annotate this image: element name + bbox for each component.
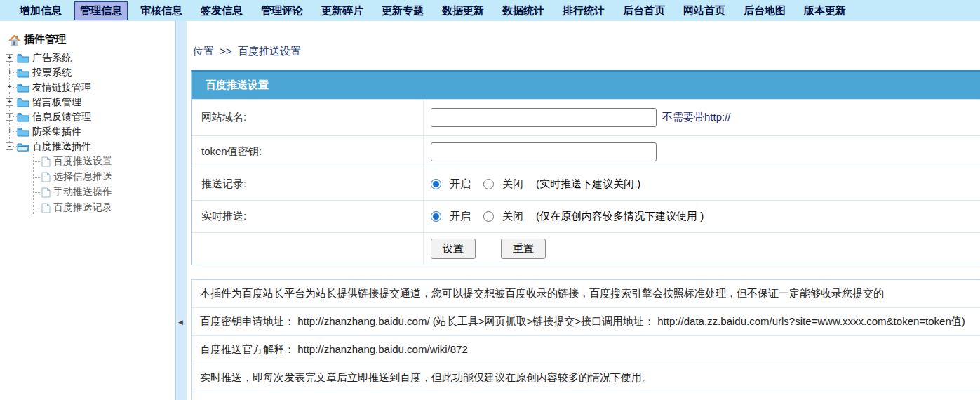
help-row-realtime: 实时推送，即每次发表完文章后立即推送到百度，但此功能仅建议在原创内容较多的情况下… [192, 364, 980, 392]
nav-item-ranking-statistics[interactable]: 排行统计 [557, 1, 610, 20]
reset-button[interactable]: 重置 [501, 239, 546, 259]
panel-splitter[interactable]: ◀ [175, 21, 187, 400]
tree-item-vote-system[interactable]: + 投票系统 [0, 65, 175, 80]
folder-icon [17, 127, 29, 137]
help-row-empty [192, 392, 980, 400]
expand-plus-icon[interactable]: + [6, 98, 13, 106]
breadcrumb-location-label: 位置 [193, 45, 214, 57]
sidebar: 插件管理 + 广告系统 + 投票系统 + 友情链接管理 + 留言板管理 + 信息… [0, 21, 175, 400]
site-domain-note: 不需要带http:// [662, 111, 731, 124]
breadcrumb: 位置 >> 百度推送设置 [193, 45, 304, 58]
page-icon [41, 187, 51, 198]
tree-item-friend-links[interactable]: + 友情链接管理 [0, 80, 175, 95]
push-log-label: 推送记录: [192, 168, 424, 200]
panel-header: 百度推送设置 [192, 72, 980, 99]
baidu-push-settings-panel: 百度推送设置 网站域名: 不需要带http:// token值密钥: 推送记录:… [191, 70, 980, 265]
push-log-on-radio[interactable] [431, 179, 441, 189]
tree-item-anti-collection[interactable]: + 防采集插件 [0, 124, 175, 139]
token-field[interactable] [431, 142, 657, 161]
nav-item-manage-comments[interactable]: 管理评论 [255, 1, 309, 20]
realtime-push-on-radio[interactable] [431, 211, 441, 222]
page-icon [41, 156, 51, 167]
folder-icon [17, 83, 29, 93]
push-log-on-label[interactable]: 开启 [450, 178, 471, 191]
tree-item-baidu-push-log[interactable]: 百度推送记录 [34, 200, 175, 215]
expand-plus-icon[interactable]: + [6, 84, 13, 91]
panel-title: 百度推送设置 [206, 79, 269, 92]
expand-plus-icon[interactable]: + [6, 113, 13, 121]
page-icon [41, 172, 51, 182]
sidebar-title: 插件管理 [8, 33, 175, 46]
nav-item-data-update[interactable]: 数据更新 [436, 1, 490, 20]
nav-item-version-update[interactable]: 版本更新 [798, 1, 852, 20]
push-log-note: (实时推送下建议关闭 ) [536, 178, 640, 191]
help-row-overview: 本插件为百度站长平台为站长提供链接提交通道，您可以提交想被百度收录的链接，百度搜… [192, 280, 980, 308]
expand-plus-icon[interactable]: + [6, 54, 13, 62]
page-icon [41, 203, 51, 213]
expand-plus-icon[interactable]: + [6, 128, 13, 135]
tree-item-manual-push[interactable]: 手动推送操作 [34, 185, 175, 200]
nav-item-update-fragments[interactable]: 更新碎片 [316, 1, 369, 20]
breadcrumb-current: 百度推送设置 [238, 45, 301, 57]
nav-item-sign-info[interactable]: 签发信息 [195, 1, 248, 20]
tree-item-baidu-push-settings[interactable]: 百度推送设置 [34, 154, 175, 169]
realtime-push-label: 实时推送: [192, 201, 424, 232]
site-domain-field[interactable] [431, 108, 657, 127]
nav-item-audit-info[interactable]: 审核信息 [135, 1, 188, 20]
buttons-row: 设置 重置 [192, 232, 980, 265]
help-row-wiki-url: 百度推送官方解释： http://zhanzhang.baidu.com/wik… [192, 336, 980, 364]
push-log-row: 推送记录: 开启 关闭 (实时推送下建议关闭 ) [192, 168, 980, 200]
nav-item-data-statistics[interactable]: 数据统计 [497, 1, 550, 20]
nav-item-add-info[interactable]: 增加信息 [14, 1, 67, 20]
sidebar-title-label: 插件管理 [24, 33, 66, 46]
open-folder-icon [17, 142, 29, 152]
realtime-push-row: 实时推送: 开启 关闭 (仅在原创内容较多情况下建议使用 ) [192, 200, 980, 232]
help-row-token-url: 百度密钥申请地址： http://zhanzhang.baidu.com/ (站… [192, 308, 980, 336]
site-domain-label: 网站域名: [192, 100, 424, 135]
tree-item-select-info-push[interactable]: 选择信息推送 [34, 169, 175, 185]
folder-icon [17, 98, 29, 107]
push-log-off-radio[interactable] [483, 179, 494, 189]
baidu-push-plugin-children: 百度推送设置 选择信息推送 手动推送操作 百度推送记录 [33, 154, 175, 215]
submit-button[interactable]: 设置 [431, 239, 476, 259]
home-icon [8, 34, 20, 46]
tree-item-feedback[interactable]: + 信息反馈管理 [0, 109, 175, 124]
realtime-push-off-label[interactable]: 关闭 [502, 210, 523, 223]
folder-icon [17, 53, 29, 63]
site-domain-row: 网站域名: 不需要带http:// [192, 99, 980, 135]
nav-item-backend-map[interactable]: 后台地图 [738, 1, 791, 20]
nav-item-manage-info[interactable]: 管理信息 [74, 1, 128, 20]
nav-item-backend-home[interactable]: 后台首页 [617, 1, 671, 20]
realtime-push-note: (仅在原创内容较多情况下建议使用 ) [536, 210, 704, 223]
folder-icon [17, 112, 29, 122]
collapse-minus-icon[interactable]: - [6, 142, 13, 150]
push-log-off-label[interactable]: 关闭 [502, 178, 523, 191]
token-label: token值密钥: [192, 136, 424, 168]
tree-item-message-board[interactable]: + 留言板管理 [0, 95, 175, 109]
main-content: 位置 >> 百度推送设置 百度推送设置 网站域名: 不需要带http:// to… [187, 21, 980, 400]
nav-item-site-home[interactable]: 网站首页 [678, 1, 731, 20]
collapse-sidebar-arrow-icon[interactable]: ◀ [178, 319, 183, 326]
tree-item-ad-system[interactable]: + 广告系统 [0, 51, 175, 65]
folder-icon [17, 68, 29, 78]
nav-item-update-topics[interactable]: 更新专题 [376, 1, 429, 20]
breadcrumb-separator: >> [220, 45, 232, 57]
help-info-panel: 本插件为百度站长平台为站长提供链接提交通道，您可以提交想被百度收录的链接，百度搜… [191, 279, 980, 400]
realtime-push-on-label[interactable]: 开启 [450, 210, 471, 223]
top-nav: 增加信息 管理信息 审核信息 签发信息 管理评论 更新碎片 更新专题 数据更新 … [0, 0, 980, 21]
plugin-tree: + 广告系统 + 投票系统 + 友情链接管理 + 留言板管理 + 信息反馈管理 … [0, 51, 175, 215]
expand-plus-icon[interactable]: + [6, 69, 13, 76]
realtime-push-off-radio[interactable] [483, 211, 494, 222]
token-row: token值密钥: [192, 135, 980, 168]
tree-item-baidu-push-plugin[interactable]: - 百度推送插件 [0, 139, 175, 154]
buttons-row-spacer [192, 233, 424, 265]
